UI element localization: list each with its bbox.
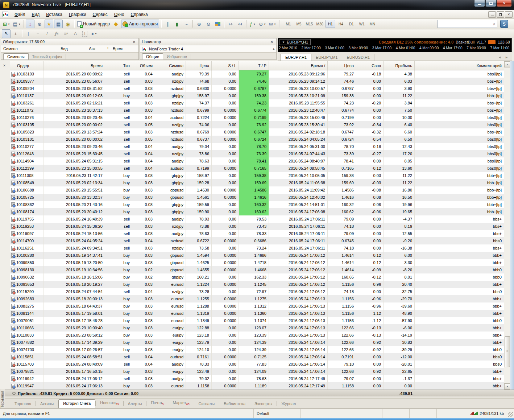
table-row[interactable]: 100993502016.05.19 13:20:50buy0.03gbpusd… <box>10 259 504 266</box>
table-row[interactable]: 101147002016.05.24 04:05:24sell0.04nzdus… <box>10 237 504 244</box>
chart-system-icon[interactable] <box>2 12 8 17</box>
timeframe-button[interactable]: D1 <box>347 20 356 28</box>
zoom-in-button[interactable]: ⊕ <box>195 20 203 28</box>
candlestick-chart-button[interactable]: ▮ <box>173 20 181 28</box>
table-row[interactable]: 101066882016.05.20 15:55:51buy0.03gbpusd… <box>10 186 504 194</box>
navigator-toggle[interactable]: ★ <box>45 20 53 28</box>
table-row[interactable]: 100778822016.05.17 14:39:29buy0.03eurjpy… <box>10 339 504 346</box>
column-header[interactable]: Символ <box>155 61 186 70</box>
table-row[interactable]: 101197552016.05.24 16:40:39sell0.03audjp… <box>10 215 504 223</box>
new-order-button[interactable]: + Новый ордер <box>76 20 111 28</box>
tab-избранное[interactable]: Избранное <box>163 54 191 59</box>
column-header[interactable]: Время / <box>269 61 328 70</box>
terminal-tab-2[interactable]: Активы <box>36 400 58 408</box>
column-header[interactable]: T / P <box>239 61 269 70</box>
table-row[interactable]: 100747032016.05.17 09:26:57buy0.03eurjpy… <box>10 346 504 353</box>
navigator-close-icon[interactable]: ✕ <box>269 40 274 44</box>
column-header[interactable]: Комментарий <box>415 61 504 70</box>
column-header[interactable]: S / L <box>212 61 239 70</box>
status-profile[interactable]: Default <box>254 409 301 418</box>
column-header[interactable]: Прибыль <box>384 61 415 70</box>
table-row[interactable]: 100936532016.05.18 20:19:27buy0.03eurusd… <box>10 281 504 288</box>
crosshair-tool[interactable]: + <box>11 29 20 38</box>
channel-tool[interactable]: ∥E <box>52 29 61 38</box>
periods-button[interactable]: ⊙▼ <box>258 20 267 28</box>
tile-windows-button[interactable] <box>214 20 222 28</box>
terminal-tab-10[interactable]: Эксперты <box>250 400 277 408</box>
menu-item[interactable]: Окно <box>111 11 128 18</box>
table-row[interactable]: 101149042016.05.24 05:31:15sell0.04audjp… <box>10 157 504 165</box>
mql5-community-button[interactable]: 5 <box>500 20 508 28</box>
strategy-tester-button[interactable]: ◉ <box>63 20 72 28</box>
table-row[interactable]: 101031012016.05.20 00:00:02sell0.05nzdus… <box>10 136 504 143</box>
column-header[interactable]: Тип <box>105 61 132 70</box>
menu-item[interactable]: Файл <box>11 11 29 18</box>
trendline-tool[interactable]: / <box>43 29 51 38</box>
terminal-tab-7[interactable]: Маркет63 <box>168 399 194 408</box>
market-watch-column-header[interactable]: Аск <box>70 46 98 51</box>
column-header[interactable]: Цена <box>186 61 212 70</box>
table-row[interactable]: 101057252016.05.20 13:32:37buy0.03gbpusd… <box>10 194 504 201</box>
child-minimize-button[interactable] <box>488 11 496 18</box>
terminal-tab-1[interactable]: Торговля <box>10 400 36 408</box>
zoom-out-button[interactable]: ⊖ <box>204 20 213 28</box>
table-row[interactable]: 100790512016.05.17 15:46:28buy0.03eurusd… <box>10 317 504 324</box>
terminal-close-icon[interactable]: ✕ <box>2 63 7 68</box>
timeframe-button[interactable]: W1 <box>357 20 367 28</box>
table-row[interactable]: 101002802016.05.19 14:37:41buy0.03gbpusd… <box>10 252 504 259</box>
table-row[interactable]: 101126432016.05.23 15:30:45sell0.04nzdjp… <box>10 150 504 157</box>
table-row[interactable]: 101152902016.05.24 07:44:54sell0.04nzdjp… <box>10 288 504 295</box>
autotrading-button[interactable]: Авто-торговля <box>121 20 159 28</box>
table-row[interactable]: 101199422016.05.24 17:06:12sell0.03audjp… <box>10 375 504 382</box>
table-row[interactable]: 100926832016.05.18 20:00:13buy0.03eurusd… <box>10 295 504 302</box>
chart-tab[interactable]: EURJPY,H1 <box>281 54 311 61</box>
resize-grip[interactable] <box>508 412 513 417</box>
auto-scroll-button[interactable]: ↦ <box>226 20 235 28</box>
menu-item[interactable]: Справка <box>128 11 151 18</box>
bar-chart-button[interactable]: ∥ <box>163 20 172 28</box>
menu-item[interactable]: Вид <box>29 11 43 18</box>
scrollbar-thumb[interactable] <box>505 336 510 367</box>
timeframe-button[interactable]: M1 <box>283 20 293 28</box>
terminal-tab-5[interactable]: Алерты <box>124 400 146 408</box>
search-icon[interactable]: ⌕ <box>493 21 497 27</box>
new-chart-button[interactable]: ⊞▼ <box>2 20 11 28</box>
table-row[interactable]: 100981302016.05.19 10:34:56buy0.02gbpusd… <box>10 266 504 273</box>
table-row[interactable]: 101092042016.05.23 05:31:52sell0.03nzdus… <box>10 85 504 92</box>
timeframe-button[interactable]: M5 <box>294 20 304 28</box>
vertical-scrollbar[interactable]: ▲ ▼ <box>504 61 510 390</box>
tab-символы[interactable]: Символы <box>3 53 29 59</box>
terminal-tab-9[interactable]: Библиотека <box>219 400 250 408</box>
table-row[interactable]: 101058232016.05.20 13:57:24sell0.03nzdus… <box>10 128 504 136</box>
table-row[interactable]: 101106662016.05.23 10:00:40buy0.03eurjpy… <box>10 324 504 332</box>
table-row[interactable]: 101102772016.05.23 09:20:46sell0.04audjp… <box>10 143 504 150</box>
scroll-up-icon[interactable]: ▲ <box>272 47 275 50</box>
table-row[interactable]: 101199472016.05.24 17:06:13buy0.03eurusd… <box>10 382 504 390</box>
table-row[interactable]: 101032612016.05.20 02:16:21sell0.03nzdjp… <box>10 99 504 107</box>
navigator-account-item[interactable]: NewForex Trader 4 ▲ <box>140 45 276 52</box>
market-watch-column-header[interactable]: Врем <box>111 46 131 51</box>
text-label-tool[interactable]: T <box>80 29 89 38</box>
table-row[interactable]: 101031052016.05.20 00:00:02sell0.05nzdjp… <box>10 121 504 128</box>
terminal-vertical-tab[interactable]: Терминал <box>0 389 5 410</box>
menu-item[interactable]: Вставка <box>43 11 66 18</box>
market-watch-column-header[interactable]: ! <box>98 46 111 51</box>
maximize-button[interactable] <box>485 0 496 7</box>
timeframe-button[interactable]: MN <box>368 20 377 28</box>
terminal-tab-3[interactable]: История Счета <box>58 399 95 408</box>
table-row[interactable]: 101031032016.05.20 00:00:02sell0.04audjp… <box>10 70 504 78</box>
column-header[interactable]: Ордер <box>10 61 43 70</box>
chart-symbol-box[interactable]: ▼ EURJPY,H1 <box>279 39 311 45</box>
table-row[interactable]: 101093772016.05.23 05:56:07sell0.03nzdjp… <box>10 78 504 85</box>
table-row[interactable]: 101123992016.05.23 15:00:55sell0.04audus… <box>10 165 504 172</box>
terminal-tab-8[interactable]: Сигналы <box>194 400 219 408</box>
market-watch-toggle[interactable]: ↕ <box>26 20 34 28</box>
tab-общие[interactable]: Общие <box>142 53 163 59</box>
table-row[interactable]: 101190972016.05.24 15:13:56sell0.03audjp… <box>10 230 504 237</box>
table-row[interactable]: 101192532016.05.24 15:36:20sell0.03nzdjp… <box>10 223 504 230</box>
table-row[interactable]: 101158512016.05.24 08:58:51sell0.04audus… <box>10 353 504 361</box>
minimize-button[interactable] <box>474 0 485 7</box>
close-button[interactable]: ✕ <box>497 0 512 7</box>
templates-button[interactable]: ✉▼ <box>268 20 277 28</box>
timeframe-button[interactable]: H4 <box>336 20 346 28</box>
